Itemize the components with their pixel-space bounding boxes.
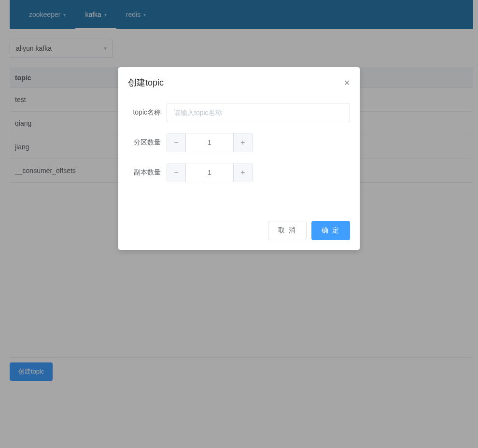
replicas-input[interactable] xyxy=(186,163,233,182)
minus-icon[interactable]: − xyxy=(167,133,186,152)
topic-name-label: topic名称 xyxy=(128,108,167,117)
close-icon[interactable]: ✕ xyxy=(344,78,350,87)
partitions-input[interactable] xyxy=(186,133,233,152)
plus-icon[interactable]: + xyxy=(233,163,253,182)
partitions-stepper: − + xyxy=(167,133,253,152)
cancel-button[interactable]: 取 消 xyxy=(268,221,307,240)
confirm-button[interactable]: 确 定 xyxy=(311,221,350,240)
plus-icon[interactable]: + xyxy=(233,133,253,152)
dialog-title: 创建topic xyxy=(128,77,164,88)
create-topic-dialog: 创建topic ✕ topic名称 分区数量 − + 副本数量 − + 取 消 … xyxy=(118,67,360,250)
minus-icon[interactable]: − xyxy=(167,163,186,182)
replicas-stepper: − + xyxy=(167,163,253,182)
topic-name-input[interactable] xyxy=(167,103,350,122)
partitions-label: 分区数量 xyxy=(128,138,167,147)
replicas-label: 副本数量 xyxy=(128,168,167,177)
